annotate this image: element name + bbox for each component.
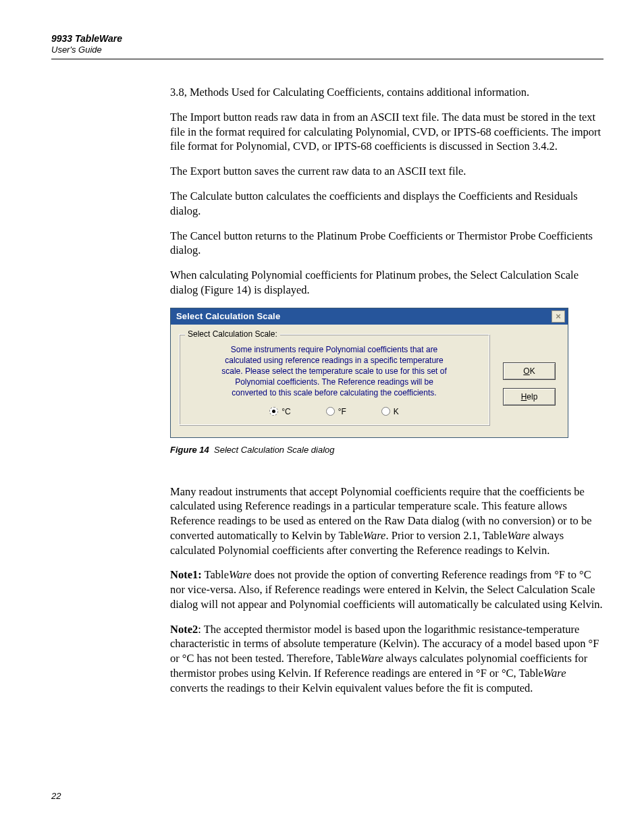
note-text: Note2: The accepted thermistor model is … xyxy=(170,622,603,696)
radio-icon xyxy=(269,407,278,416)
radio-icon xyxy=(326,407,335,416)
scale-fieldset: Select Calculation Scale: Some instrumen… xyxy=(179,334,489,425)
radio-label: °F xyxy=(338,407,346,416)
body-text: The Calculate button calculates the coef… xyxy=(170,189,603,219)
fieldset-legend: Select Calculation Scale: xyxy=(185,329,280,339)
dialog-instruction: Some instruments require Polynomial coef… xyxy=(189,344,479,399)
radio-celsius[interactable]: °C xyxy=(269,407,290,416)
ok-button[interactable]: OK xyxy=(503,362,556,380)
radio-fahrenheit[interactable]: °F xyxy=(326,407,346,416)
radio-icon xyxy=(381,407,390,416)
note-text: Note1: TableWare does not provide the op… xyxy=(170,568,603,611)
close-button[interactable]: × xyxy=(552,310,565,323)
body-text: The Import button reads raw data in from… xyxy=(170,110,603,154)
body-text: The Export button saves the current raw … xyxy=(170,164,603,179)
help-button[interactable]: Help xyxy=(503,388,556,406)
radio-group: °C °F K xyxy=(189,407,479,416)
radio-label: °C xyxy=(281,407,290,416)
doc-title: 9933 TableWare xyxy=(51,32,603,45)
doc-subtitle: User's Guide xyxy=(51,45,603,55)
radio-label: K xyxy=(394,407,399,416)
dialog-title: Select Calculation Scale xyxy=(176,308,280,325)
figure-caption: Figure 14 Select Calculation Scale dialo… xyxy=(170,445,603,455)
body-text: Many readout instruments that accept Pol… xyxy=(170,485,603,558)
page-number: 22 xyxy=(51,791,61,801)
dialog-titlebar: Select Calculation Scale × xyxy=(171,308,568,325)
select-calculation-scale-dialog: Select Calculation Scale × Select Calcul… xyxy=(170,308,568,438)
close-icon: × xyxy=(556,312,561,321)
body-text: 3.8, Methods Used for Calculating Coeffi… xyxy=(170,85,603,100)
page-header: 9933 TableWare User's Guide xyxy=(51,32,603,59)
body-text: The Cancel button returns to the Platinu… xyxy=(170,229,603,258)
body-text: When calculating Polynomial coefficients… xyxy=(170,268,603,298)
radio-kelvin[interactable]: K xyxy=(381,407,399,416)
